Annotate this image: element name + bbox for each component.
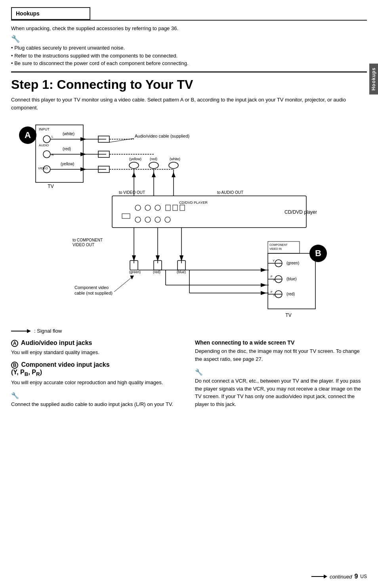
svg-point-4 [43, 136, 50, 143]
svg-point-28 [135, 205, 141, 211]
footer-continued: continued [330, 574, 352, 580]
header-title: Hookups [16, 10, 40, 17]
section-a-heading: A Audio/video input jacks [11, 339, 183, 347]
svg-rect-32 [173, 205, 178, 211]
svg-marker-82 [261, 268, 267, 272]
svg-point-29 [145, 205, 151, 211]
svg-text:(green): (green) [129, 270, 141, 274]
svg-text:VIDEO: VIDEO [38, 167, 48, 170]
badge-b: B [11, 362, 18, 369]
note-wide: 🔧 Do not connect a VCR, etc., between yo… [195, 368, 367, 408]
svg-line-74 [114, 277, 132, 292]
svg-text:Y: Y [273, 259, 275, 262]
note-item-2: Refer to the instructions supplied with … [11, 52, 367, 60]
svg-text:(white): (white) [63, 132, 74, 136]
right-column: When connecting to a wide screen TV Depe… [195, 339, 367, 412]
svg-text:(red): (red) [286, 292, 295, 296]
svg-rect-31 [166, 205, 170, 211]
section-b-body: You will enjoy accurate color reproducti… [11, 379, 183, 387]
svg-point-36 [155, 217, 160, 222]
diagram-container: A INPUT L AUDIO R VIDEO TV (white) (red)… [11, 119, 367, 325]
svg-text:CD/DVD player: CD/DVD player [284, 209, 317, 215]
bottom-sections: A Audio/video input jacks You will enjoy… [11, 339, 367, 412]
svg-text:A: A [25, 130, 31, 140]
svg-marker-46 [132, 172, 136, 177]
signal-flow-legend: : Signal flow [11, 328, 367, 334]
connection-diagram: A INPUT L AUDIO R VIDEO TV (white) (red)… [11, 119, 368, 325]
svg-text:VIDEO OUT: VIDEO OUT [73, 243, 94, 247]
footer-page-number: 9 [354, 573, 358, 580]
section-b: B Component video input jacks(Y, PB, PR)… [11, 361, 183, 387]
svg-rect-2 [36, 125, 83, 182]
svg-text:(yellow): (yellow) [61, 162, 74, 166]
note-icon-top: 🔧 [11, 34, 367, 43]
step-desc: Connect this player to your TV monitor u… [11, 96, 367, 113]
note-list-top: Plug cables securely to prevent unwanted… [11, 44, 367, 67]
svg-text:P: P [271, 275, 273, 278]
svg-marker-54 [172, 172, 176, 177]
svg-point-52 [169, 162, 178, 169]
svg-text:AUDIO: AUDIO [39, 144, 49, 147]
header-box: Hookups [11, 7, 90, 20]
note-wide-text: Do not connect a VCR, etc., between your… [195, 377, 367, 408]
svg-text:to COMPONENT: to COMPONENT [73, 238, 103, 242]
svg-point-37 [165, 217, 170, 222]
svg-text:L: L [52, 135, 53, 138]
signal-flow-arrow [11, 329, 31, 333]
svg-text:(yellow): (yellow) [129, 157, 141, 161]
svg-text:(blue): (blue) [177, 270, 186, 274]
note-item-3: Be sure to disconnect the power cord of … [11, 59, 367, 67]
svg-text:(blue): (blue) [286, 277, 297, 281]
svg-point-34 [135, 217, 141, 222]
svg-point-30 [155, 205, 160, 211]
svg-marker-75 [130, 276, 134, 280]
page-footer: continued 9 US [311, 573, 367, 580]
note-b-text: Connect the supplied audio cable to audi… [11, 400, 183, 408]
side-tab: Hookups [369, 63, 378, 94]
svg-text:R: R [52, 153, 54, 157]
svg-point-44 [129, 162, 139, 169]
svg-rect-33 [180, 205, 185, 211]
svg-point-7 [43, 151, 50, 158]
svg-marker-84 [261, 291, 267, 295]
section-a: A Audio/video input jacks You will enjoy… [11, 339, 183, 356]
thick-divider [11, 71, 367, 73]
svg-text:VIDEO IN: VIDEO IN [269, 247, 282, 250]
svg-rect-38 [122, 214, 130, 218]
note-icon-wide: 🔧 [195, 368, 367, 377]
svg-text:(white): (white) [170, 157, 180, 161]
left-column: A Audio/video input jacks You will enjoy… [11, 339, 183, 412]
svg-point-48 [149, 162, 158, 169]
note-section-b: 🔧 Connect the supplied audio cable to au… [11, 391, 183, 408]
svg-marker-50 [152, 172, 156, 177]
svg-text:(green): (green) [286, 261, 299, 265]
wide-screen-body: Depending on the disc, the image may not… [195, 347, 367, 363]
note-icon-b: 🔧 [11, 391, 183, 400]
svg-rect-26 [112, 196, 306, 228]
svg-text:B: B [315, 248, 321, 258]
header-line [11, 20, 367, 21]
svg-marker-83 [261, 283, 267, 287]
signal-flow-label: : Signal flow [34, 328, 62, 334]
svg-text:to AUDIO OUT: to AUDIO OUT [217, 190, 243, 195]
section-a-body: You will enjoy standard quality images. [11, 349, 183, 356]
svg-text:(red): (red) [153, 270, 160, 274]
note-item-1: Plug cables securely to prevent unwanted… [11, 44, 367, 52]
svg-text:Audio/video cable (supplied): Audio/video cable (supplied) [135, 134, 189, 138]
wide-screen-heading: When connecting to a wide screen TV [195, 339, 367, 346]
svg-text:Component video: Component video [74, 285, 109, 290]
svg-text:cable (not supplied): cable (not supplied) [74, 291, 113, 295]
svg-text:COMPONENT: COMPONENT [269, 243, 288, 246]
step-title: Step 1: Connecting to Your TV [11, 77, 367, 92]
section-wide: When connecting to a wide screen TV Depe… [195, 339, 367, 363]
section-b-heading: B Component video input jacks(Y, PB, PR) [11, 361, 183, 377]
footer-us-label: US [360, 574, 367, 579]
svg-text:TV: TV [48, 184, 53, 189]
svg-text:P: P [271, 291, 273, 293]
svg-text:TV: TV [285, 312, 291, 318]
svg-text:INPUT: INPUT [39, 127, 50, 131]
intro-text: When unpacking, check the supplied acces… [11, 25, 367, 31]
svg-text:CD/DVD PLAYER: CD/DVD PLAYER [179, 201, 208, 205]
badge-a: A [11, 340, 18, 347]
footer-arrow-icon [311, 574, 327, 579]
